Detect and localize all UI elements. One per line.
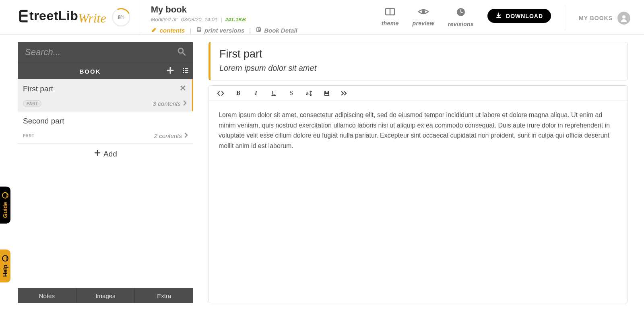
help-circle-icon: ? (2, 255, 8, 261)
progress-value: 8 (118, 14, 121, 21)
guide-tab[interactable]: Guide ? (0, 187, 10, 224)
progress-unit: % (121, 15, 124, 19)
clock-icon (456, 7, 466, 19)
download-label: DOWNLOAD (506, 13, 543, 19)
svg-rect-6 (259, 28, 260, 29)
tab-contents[interactable]: contents (151, 27, 185, 34)
tab-notes[interactable]: Notes (18, 288, 76, 303)
progress-ring: 8% (112, 8, 130, 27)
part-badge: PART (23, 100, 41, 107)
code-button[interactable] (217, 91, 224, 96)
save-button[interactable] (323, 90, 330, 97)
edit-icon (151, 27, 157, 34)
svg-rect-7 (259, 29, 260, 30)
book-icon (196, 27, 202, 34)
theme-action[interactable]: theme (382, 7, 399, 27)
avatar[interactable] (617, 12, 630, 25)
list-view-button[interactable] (178, 67, 193, 76)
preview-label: preview (413, 20, 434, 27)
my-books-link[interactable]: MY BOOKS (565, 2, 644, 34)
modified-label: Modified at: (151, 16, 178, 23)
part-count[interactable]: 2 contents (154, 132, 188, 139)
tab-extra[interactable]: Extra (135, 288, 193, 303)
svg-rect-5 (257, 28, 258, 31)
guide-label: Guide (2, 202, 8, 218)
more-button[interactable] (341, 91, 348, 96)
svg-rect-16 (185, 68, 188, 69)
revisions-label: revisions (448, 21, 474, 27)
book-strip-label: BOOK (18, 68, 163, 75)
logo[interactable]: treetLib Write (19, 8, 106, 26)
search-icon[interactable] (177, 47, 186, 58)
svg-rect-15 (183, 68, 184, 69)
logo-bracket-icon (19, 10, 28, 23)
tab-print-label: print versions (204, 27, 244, 34)
book-strip: BOOK (18, 63, 193, 79)
book-title: My book (151, 4, 372, 15)
fontsize-button[interactable]: a (305, 90, 313, 97)
tab-contents-label: contents (160, 27, 185, 34)
svg-rect-19 (183, 72, 184, 73)
help-label: Help (2, 265, 8, 277)
chevron-double-right-icon (341, 91, 348, 96)
svg-rect-20 (185, 72, 188, 73)
svg-point-12 (622, 15, 625, 19)
part-count[interactable]: 3 contents (153, 100, 187, 107)
eye-icon (418, 7, 429, 18)
theme-label: theme (382, 20, 399, 27)
add-part-button[interactable] (163, 67, 178, 76)
user-icon (620, 14, 628, 22)
tab-print-versions[interactable]: print versions (196, 27, 244, 34)
chevron-right-icon (184, 132, 188, 139)
part-title: First part (23, 84, 187, 93)
file-size: 241.1KB (225, 16, 246, 23)
part-title: Second part (23, 117, 188, 126)
svg-rect-18 (185, 70, 188, 71)
underline-button[interactable]: U (270, 90, 277, 97)
editor: First part Lorem ipsum dolor sit amet B … (193, 35, 644, 321)
logo-write-text: Write (78, 11, 106, 26)
svg-point-10 (422, 10, 425, 13)
svg-rect-1 (198, 28, 200, 29)
modified-date: 03/03/20, 14:01 (181, 16, 217, 23)
svg-rect-2 (198, 29, 200, 30)
search-input[interactable] (25, 47, 177, 58)
theme-icon (385, 7, 395, 18)
tab-book-detail[interactable]: Book Detail (256, 27, 297, 34)
help-circle-icon: ? (2, 192, 8, 199)
sidebar-bottom-tabs: Notes Images Extra (18, 288, 193, 303)
preview-action[interactable]: preview (413, 7, 434, 27)
part-badge: PART (23, 133, 37, 139)
editor-header[interactable]: First part Lorem ipsum dolor sit amet (208, 42, 628, 80)
close-icon[interactable]: ✕ (180, 83, 186, 93)
strike-button[interactable]: S (288, 90, 295, 97)
book-header: My book Modified at: 03/03/20, 14:01 | 2… (141, 0, 382, 34)
editor-content[interactable]: Lorem ipsum dolor sit amet, consectetur … (209, 101, 627, 160)
editor-body: B I U S a Lorem ipsum dolor sit amet, co… (208, 85, 628, 303)
download-icon (495, 12, 502, 20)
tab-detail-label: Book Detail (264, 27, 297, 34)
italic-button[interactable]: I (252, 90, 260, 97)
svg-rect-21 (325, 94, 328, 95)
add-part-row[interactable]: Add (18, 144, 193, 164)
revisions-action[interactable]: revisions (448, 7, 474, 27)
tab-images[interactable]: Images (76, 288, 135, 303)
sidebar: BOOK First part ✕ PART 3 contents Second… (0, 35, 193, 321)
svg-text:?: ? (6, 193, 8, 198)
svg-rect-22 (326, 91, 328, 93)
editor-toolbar: B I U S a (209, 86, 627, 101)
code-icon (217, 91, 224, 96)
download-button[interactable]: DOWNLOAD (487, 9, 551, 23)
plus-icon (94, 149, 101, 158)
part-item-1[interactable]: First part ✕ PART 3 contents (18, 79, 193, 111)
chevron-right-icon (183, 100, 187, 107)
detail-icon (256, 27, 262, 34)
svg-rect-3 (198, 31, 200, 31)
bold-button[interactable]: B (235, 90, 242, 97)
svg-rect-4 (256, 27, 261, 32)
arrows-icon (309, 91, 312, 96)
logo-brand-text: treetLib (29, 8, 78, 23)
part-item-2[interactable]: Second part PART 2 contents (18, 111, 193, 144)
help-tab[interactable]: Help ? (0, 249, 10, 282)
top-actions: theme preview revisions DOWNLOAD (382, 0, 565, 34)
